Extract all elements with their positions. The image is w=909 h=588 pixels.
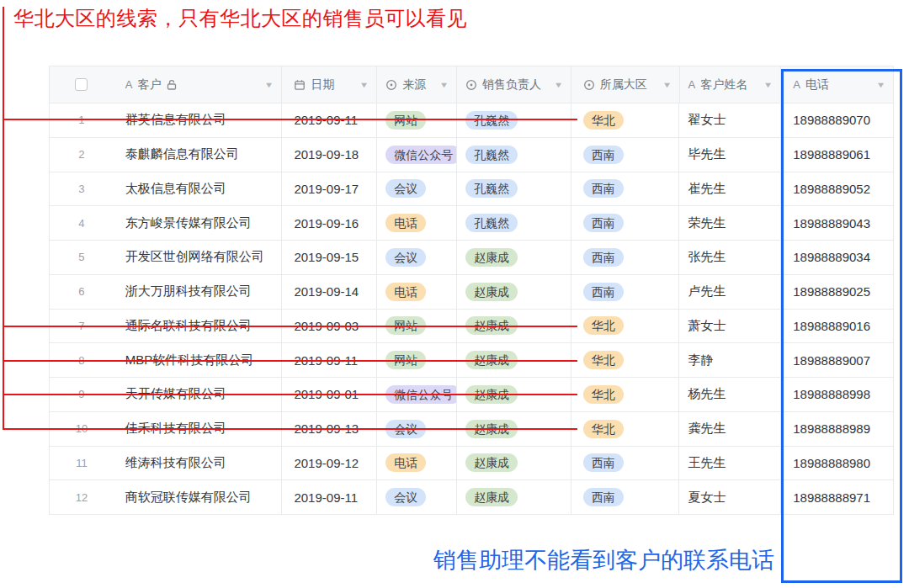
select-all-checkbox[interactable] [75,78,88,91]
cell-region[interactable]: 西南 [571,138,680,172]
cell-region[interactable]: 西南 [571,447,680,480]
single-select-icon [583,79,595,91]
header-source[interactable]: 来源 [377,66,457,103]
chevron-down-icon[interactable] [763,81,773,89]
header-region[interactable]: 所属大区 [571,66,680,103]
cell-date[interactable]: 2019-09-12 [282,447,377,480]
source-tag: 电话 [385,453,426,472]
header-select-all[interactable] [50,66,114,103]
cell-phone[interactable]: 18988889025 [781,275,893,309]
chevron-down-icon[interactable] [662,81,672,89]
cell-phone[interactable]: 18988889061 [781,138,893,172]
cell-date[interactable]: 2019-09-14 [282,275,377,309]
cell-contact-name[interactable]: 萧女士 [679,310,781,343]
cell-source[interactable]: 电话 [377,447,457,480]
cell-company[interactable]: 太极信息有限公司 [114,172,283,206]
cell-contact-name[interactable]: 崔先生 [679,172,781,206]
chevron-down-icon[interactable] [876,81,886,89]
cell-contact-name[interactable]: 卢先生 [679,275,781,309]
row-number-cell[interactable]: 4 [50,206,114,240]
cell-region[interactable]: 华北 [571,310,680,343]
table-row: 11 维涛科技有限公司 2019-09-12 电话 赵康成 西南 王先生 189… [50,447,893,481]
cell-phone[interactable]: 18988889043 [781,206,893,240]
cell-company[interactable]: 商软冠联传媒有限公司 [114,480,283,514]
cell-contact-name[interactable]: 荣先生 [679,206,781,240]
cell-source[interactable]: 电话 [377,206,457,240]
cell-contact-name[interactable]: 翟女士 [679,103,781,137]
cell-company[interactable]: 泰麒麟信息有限公司 [114,138,283,172]
cell-phone[interactable]: 18988889007 [781,343,893,377]
cell-phone[interactable]: 18988888989 [781,412,893,446]
cell-company[interactable]: 东方峻景传媒有限公司 [114,206,283,240]
chevron-down-icon[interactable] [439,81,449,89]
cell-date[interactable]: 2019-09-17 [282,172,377,206]
cell-phone[interactable]: 18988889052 [781,172,893,206]
cell-contact-name[interactable]: 毕先生 [679,138,781,172]
cell-phone[interactable]: 18988889070 [781,103,893,137]
cell-source[interactable]: 电话 [377,275,457,309]
cell-owner[interactable]: 孔巍然 [457,138,571,172]
cell-company[interactable]: 开发区世创网络有限公司 [114,241,283,274]
cell-contact-name[interactable]: 李静 [679,343,781,377]
owner-tag: 孔巍然 [465,179,518,198]
cell-region[interactable]: 华北 [571,378,680,411]
cell-source[interactable]: 会议 [377,172,457,206]
cell-region[interactable]: 西南 [571,480,680,514]
cell-contact-name[interactable]: 杨先生 [679,378,781,411]
header-owner[interactable]: 销售负责人 [457,66,571,103]
cell-date[interactable]: 2019-09-18 [282,138,377,172]
cell-source[interactable]: 会议 [377,480,457,514]
cell-contact-name[interactable]: 王先生 [679,447,781,480]
region-tag: 华北 [583,351,624,369]
cell-owner[interactable]: 赵康成 [457,275,571,309]
cell-company[interactable]: 维涛科技有限公司 [114,447,283,480]
cell-owner[interactable]: 孔巍然 [457,206,571,240]
table-row: 3 太极信息有限公司 2019-09-17 会议 孔巍然 西南 崔先生 1898… [50,172,893,207]
cell-phone[interactable]: 18988888998 [781,378,893,411]
row-number-cell[interactable]: 3 [50,172,114,206]
owner-tag: 赵康成 [465,488,518,506]
row-number-cell[interactable]: 5 [50,241,114,274]
row-number-cell[interactable]: 2 [50,138,114,172]
cell-contact-name[interactable]: 夏女士 [679,480,781,514]
header-date-label: 日期 [311,77,334,93]
region-tag: 西南 [583,214,624,232]
cell-phone[interactable]: 18988889016 [781,310,893,343]
cell-contact-name[interactable]: 龚先生 [679,412,781,446]
cell-owner[interactable]: 赵康成 [457,241,571,274]
cell-contact-name[interactable]: 张先生 [679,241,781,274]
header-phone[interactable]: A 电话 [781,66,893,103]
cell-region[interactable]: 西南 [571,172,680,206]
cell-region[interactable]: 西南 [571,241,680,274]
region-tag: 西南 [583,248,624,267]
cell-source[interactable]: 微信公众号 [377,138,457,172]
chevron-down-icon[interactable] [264,81,274,89]
cell-phone[interactable]: 18988888971 [781,480,893,514]
header-contact-name[interactable]: A 客户姓名 [680,66,782,103]
cell-phone[interactable]: 18988888980 [781,447,893,480]
region-tag: 西南 [583,453,624,472]
row-number-cell[interactable]: 6 [50,275,114,309]
cell-source[interactable]: 会议 [377,241,457,274]
cell-region[interactable]: 华北 [571,343,680,377]
chevron-down-icon[interactable] [359,81,369,89]
cell-date[interactable]: 2019-09-11 [282,480,377,514]
header-date[interactable]: 日期 [282,66,377,103]
row-number-cell[interactable]: 11 [50,447,114,480]
cell-owner[interactable]: 赵康成 [457,447,571,480]
cell-region[interactable]: 华北 [571,412,680,446]
cell-region[interactable]: 华北 [571,103,680,137]
annotation-strike-row-1 [3,119,577,120]
cell-date[interactable]: 2019-09-15 [282,241,377,274]
cell-owner[interactable]: 赵康成 [457,480,571,514]
cell-phone[interactable]: 18988889034 [781,241,893,274]
cell-owner[interactable]: 孔巍然 [457,172,571,206]
table-row: 5 开发区世创网络有限公司 2019-09-15 会议 赵康成 西南 张先生 1… [50,241,893,275]
row-number-cell[interactable]: 12 [50,480,114,514]
cell-company[interactable]: 浙大万朋科技有限公司 [114,275,283,309]
chevron-down-icon[interactable] [553,81,563,89]
header-customer[interactable]: A 客户 [114,66,283,103]
cell-date[interactable]: 2019-09-16 [282,206,377,240]
cell-region[interactable]: 西南 [571,275,680,309]
cell-region[interactable]: 西南 [571,206,680,240]
